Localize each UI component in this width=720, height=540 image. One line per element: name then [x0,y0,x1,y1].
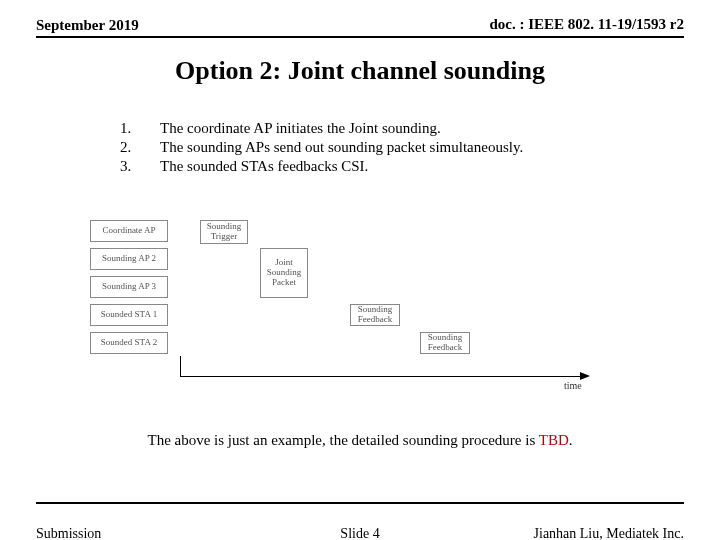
diagram-row-label: Sounding AP 2 [90,248,168,270]
header-rule [36,36,684,38]
timing-diagram: Coordinate AP Sounding AP 2 Sounding AP … [90,220,610,420]
header-doc-id: doc. : IEEE 802. 11-19/1593 r2 [489,16,684,33]
diagram-box-sounding-feedback: Sounding Feedback [420,332,470,354]
diagram-box-sounding-feedback: Sounding Feedback [350,304,400,326]
caption-tbd: TBD [539,432,569,448]
slide-header: September 2019 doc. : IEEE 802. 11-19/15… [36,16,684,34]
list-number: 1. [120,120,160,137]
diagram-box-sounding-trigger: Sounding Trigger [200,220,248,244]
diagram-row-label: Sounding AP 3 [90,276,168,298]
header-date: September 2019 [36,17,139,33]
diagram-row-label: Sounded STA 2 [90,332,168,354]
numbered-list: 1. The coordinate AP initiates the Joint… [120,120,660,177]
footer-author: Jianhan Liu, Mediatek Inc. [534,526,684,540]
diagram-row-label: Coordinate AP [90,220,168,242]
footer-rule [36,502,684,504]
list-item: 2. The sounding APs send out sounding pa… [120,139,660,156]
list-number: 3. [120,158,160,175]
list-text: The sounding APs send out sounding packe… [160,139,660,156]
caption-suffix: . [569,432,573,448]
list-text: The sounded STAs feedbacks CSI. [160,158,660,175]
slide-title: Option 2: Joint channel sounding [0,56,720,86]
caption-text: The above is just an example, the detail… [147,432,538,448]
diagram-row-label: Sounded STA 1 [90,304,168,326]
list-number: 2. [120,139,160,156]
list-item: 3. The sounded STAs feedbacks CSI. [120,158,660,175]
list-text: The coordinate AP initiates the Joint so… [160,120,660,137]
time-axis-label: time [564,380,582,391]
time-axis [180,376,580,377]
diagram-caption: The above is just an example, the detail… [0,432,720,449]
diagram-box-joint-sounding-packet: Joint Sounding Packet [260,248,308,298]
list-item: 1. The coordinate AP initiates the Joint… [120,120,660,137]
arrow-right-icon [580,372,590,380]
time-axis-origin [180,356,181,376]
